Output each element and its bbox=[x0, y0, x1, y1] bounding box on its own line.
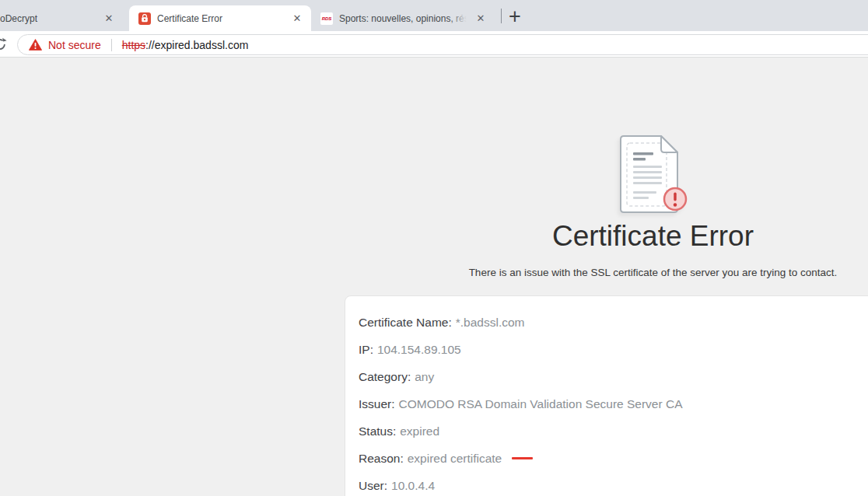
url-rest: ://expired.badssl.com bbox=[145, 39, 248, 51]
cert-row-certificate-name: Certificate Name: *.badssl.com bbox=[359, 309, 868, 336]
new-tab-button[interactable]: + bbox=[504, 5, 526, 27]
cert-row-status: Status: expired bbox=[359, 417, 868, 445]
close-icon[interactable]: ✕ bbox=[291, 12, 303, 25]
tab-title: oDecrypt bbox=[0, 13, 98, 24]
tab-title: Certificate Error bbox=[157, 13, 286, 24]
address-divider bbox=[111, 39, 112, 51]
rds-logo-icon: RDS bbox=[320, 12, 333, 25]
address-bar[interactable]: Not secure https://expired.badssl.com bbox=[17, 34, 868, 55]
tab-sports[interactable]: RDS Sports: nouvelles, opinions, résul ✕ bbox=[313, 5, 496, 31]
page-title: Certificate Error bbox=[345, 220, 868, 253]
not-secure-label: Not secure bbox=[48, 39, 101, 51]
tab-title-fade bbox=[450, 12, 470, 29]
certificate-details-card: Certificate Name: *.badssl.com IP: 104.1… bbox=[345, 295, 868, 496]
cert-row-ip: IP: 104.154.89.105 bbox=[359, 336, 868, 363]
cert-row-category: Category: any bbox=[359, 363, 868, 390]
lock-favicon-icon bbox=[138, 12, 151, 25]
page-content: Certificate Error There is an issue with… bbox=[0, 58, 868, 496]
close-icon[interactable]: ✕ bbox=[474, 12, 487, 25]
browser-toolbar: Not secure https://expired.badssl.com bbox=[0, 31, 868, 58]
browser-window: oDecrypt ✕ Certificate Error ✕ RDS Sport… bbox=[0, 0, 868, 496]
warning-icon bbox=[29, 39, 42, 51]
cert-row-user: User: 10.0.4.4 bbox=[359, 472, 868, 496]
tab-decrypt[interactable]: oDecrypt ✕ bbox=[0, 5, 123, 31]
close-icon[interactable]: ✕ bbox=[103, 12, 115, 25]
tab-strip: oDecrypt ✕ Certificate Error ✕ RDS Sport… bbox=[0, 0, 868, 31]
cert-row-issuer: Issuer: COMODO RSA Domain Validation Sec… bbox=[359, 390, 868, 417]
certificate-error-document-icon bbox=[616, 134, 688, 215]
tab-separator bbox=[501, 9, 502, 23]
tab-certificate-error[interactable]: Certificate Error ✕ bbox=[129, 5, 311, 31]
reload-icon[interactable] bbox=[0, 37, 8, 52]
cert-row-reason: Reason: expired certificate bbox=[359, 445, 868, 472]
red-line-marker bbox=[512, 457, 533, 459]
url-text: https://expired.badssl.com bbox=[122, 39, 249, 51]
url-scheme: https bbox=[122, 39, 145, 51]
page-subtitle: There is an issue with the SSL certifica… bbox=[345, 267, 868, 278]
